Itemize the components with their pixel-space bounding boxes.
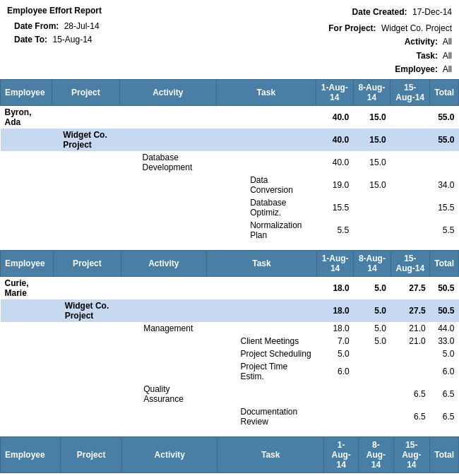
task-row: Documentation Review6.56.5 <box>1 405 459 428</box>
task-row: Client Meetings7.05.021.033.0 <box>1 335 459 347</box>
activity-label: Activity: <box>405 37 438 47</box>
project-row: Widget Co. Project18.05.027.550.5 <box>1 299 459 322</box>
col-header-task: Task <box>216 79 316 105</box>
date-to: 15-Aug-14 <box>52 35 92 44</box>
task-row: Data Conversion19.015.034.0 <box>1 174 459 196</box>
task-label: Task: <box>417 51 438 61</box>
date-from: 28-Jul-14 <box>64 21 100 31</box>
report-body: EmployeeProjectActivityTask1-Aug-148-Aug… <box>0 79 459 476</box>
employee-row: Byron, Ada40.015.055.0 <box>1 105 459 129</box>
col-header-project: Project <box>52 79 119 105</box>
report-title: Employee Effort Report <box>7 6 102 16</box>
col-header-activity: Activity <box>122 436 217 472</box>
for-project: Widget Co. Project <box>381 23 452 33</box>
col-header-activity: Activity <box>120 79 217 105</box>
col-header-employee: Employee <box>1 250 54 276</box>
col-header-aug1: 1-Aug-14 <box>316 79 354 105</box>
col-header-employee: Employee <box>1 436 61 472</box>
col-header-total: Total <box>430 436 459 472</box>
for-project-label: For Project: <box>328 23 376 33</box>
col-header-aug15: 15-Aug-14 <box>391 79 430 105</box>
col-header-aug8: 8-Aug-14 <box>354 250 391 276</box>
date-created-label: Date Created: <box>352 7 407 17</box>
section-2: EmployeeProjectActivityTask1-Aug-148-Aug… <box>0 436 459 476</box>
col-header-task: Task <box>207 250 317 276</box>
employee-row: Kepler, Johannes40.040.016.096.0 <box>1 472 459 476</box>
project-row: Widget Co. Project40.015.055.0 <box>1 129 459 151</box>
activity-row: Management18.05.021.044.0 <box>1 322 459 335</box>
task-row: Normalization Plan5.55.5 <box>1 219 459 242</box>
employee-label: Employee: <box>395 64 438 74</box>
date-to-label: Date To: <box>14 35 47 44</box>
col-header-employee: Employee <box>1 79 52 105</box>
report-header: Employee Effort Report Date From: 28-Jul… <box>0 0 459 79</box>
task-val: All <box>443 51 452 61</box>
activity-row: Database Development40.015.0 <box>1 151 459 174</box>
date-from-label: Date From: <box>14 21 59 31</box>
col-header-total: Total <box>430 250 459 276</box>
activity-row: Quality Assurance6.56.5 <box>1 383 459 405</box>
employee-row: Curie, Marie18.05.027.550.5 <box>1 276 459 299</box>
section-0: EmployeeProjectActivityTask1-Aug-148-Aug… <box>0 79 459 246</box>
col-header-task: Task <box>217 436 324 472</box>
col-header-total: Total <box>430 79 459 105</box>
task-row: Project Scheduling5.05.0 <box>1 347 459 360</box>
col-header-aug8: 8-Aug-14 <box>353 79 391 105</box>
col-header-aug15: 15-Aug-14 <box>393 436 430 472</box>
col-header-aug15: 15-Aug-14 <box>391 250 430 276</box>
task-row: Database Optimiz.15.515.5 <box>1 196 459 219</box>
col-header-aug8: 8-Aug-14 <box>359 436 393 472</box>
col-header-project: Project <box>54 250 121 276</box>
section-1: EmployeeProjectActivityTask1-Aug-148-Aug… <box>0 250 459 432</box>
task-row: Project Time Estim.6.06.0 <box>1 360 459 383</box>
col-header-aug1: 1-Aug-14 <box>324 436 359 472</box>
col-header-aug1: 1-Aug-14 <box>316 250 353 276</box>
activity-val: All <box>443 37 452 47</box>
employee-val: All <box>443 64 452 74</box>
col-header-project: Project <box>61 436 122 472</box>
date-created: 17-Dec-14 <box>412 7 452 17</box>
col-header-activity: Activity <box>121 250 206 276</box>
